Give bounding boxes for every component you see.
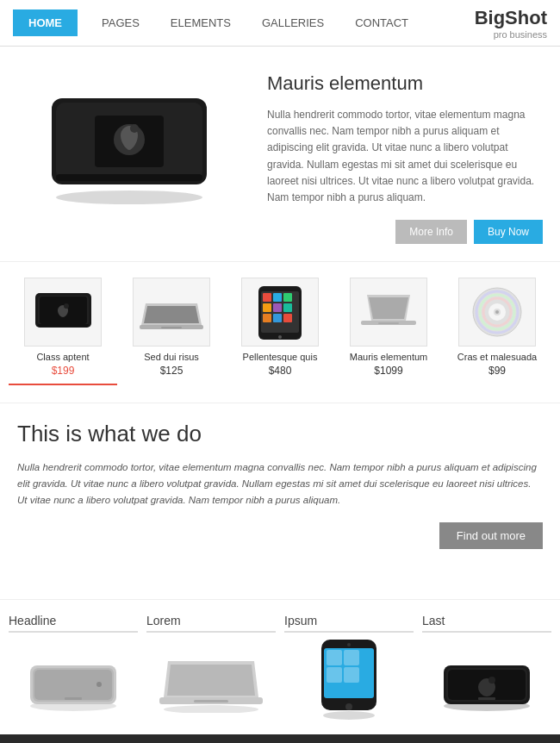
footer: Useful Links Lorem Ipsum Ellem Ciet Curr… [0, 734, 560, 743]
svg-rect-64 [478, 697, 495, 700]
hero-buttons: More Info Buy Now [267, 220, 543, 244]
svg-rect-54 [327, 650, 342, 665]
product-1-name: Class aptent [14, 352, 112, 362]
bottom-product-3-label: Ipsum [284, 614, 414, 633]
bottom-products-section: Headline Lorem Ipsum [0, 599, 560, 734]
svg-point-59 [347, 643, 351, 646]
bottom-product-1: Headline [9, 614, 138, 717]
hero-title: Mauris elementum [267, 72, 543, 95]
product-5-image [458, 278, 536, 347]
svg-rect-18 [263, 293, 271, 302]
bottom-product-4: Last [422, 614, 551, 717]
product-4-image [350, 278, 427, 347]
svg-marker-13 [144, 306, 199, 323]
nav-galleries[interactable]: GALLERIES [246, 16, 339, 29]
svg-rect-11 [38, 324, 89, 327]
product-4[interactable]: Mauris elementum $1099 [334, 271, 443, 385]
svg-point-46 [164, 705, 258, 713]
svg-rect-31 [378, 322, 399, 324]
svg-rect-56 [327, 667, 342, 683]
bottom-product-3-image [284, 640, 414, 717]
hero-section: Mauris elementum Nulla hendrerit commodo… [0, 47, 560, 261]
bottom-product-4-label: Last [422, 614, 551, 633]
svg-marker-48 [167, 665, 255, 696]
hero-image [17, 72, 241, 210]
svg-rect-20 [283, 293, 292, 302]
svg-marker-29 [369, 297, 408, 319]
product-5-price: $99 [448, 365, 546, 377]
product-2-image [133, 278, 210, 347]
find-out-more-button[interactable]: Find out more [439, 522, 543, 549]
buy-now-button[interactable]: Buy Now [474, 220, 543, 244]
product-3-image [241, 278, 319, 347]
svg-rect-26 [283, 314, 292, 322]
product-5-name: Cras et malesuada [448, 352, 546, 362]
product-2-name: Sed dui risus [122, 352, 221, 362]
product-4-price: $1099 [339, 365, 438, 377]
svg-point-58 [345, 703, 352, 710]
site-logo: BigShot pro business [475, 7, 547, 40]
bottom-product-4-image [422, 640, 551, 717]
bottom-product-1-label: Headline [9, 614, 138, 633]
product-1-price: $199 [14, 365, 112, 377]
svg-rect-22 [273, 303, 282, 312]
product-3[interactable]: Pellentesque quis $480 [226, 271, 334, 385]
hero-content: Mauris elementum Nulla hendrerit commodo… [241, 72, 543, 244]
svg-point-4 [130, 124, 139, 133]
nav-elements[interactable]: ELEMENTS [155, 16, 246, 29]
svg-point-65 [488, 677, 495, 684]
what-we-do-section: This is what we do Nulla hendrerit commo… [0, 403, 560, 558]
product-3-price: $480 [231, 365, 329, 377]
product-2-price: $125 [122, 365, 221, 377]
navigation: HOME PAGES ELEMENTS GALLERIES CONTACT Bi… [0, 0, 560, 47]
product-1-image [24, 278, 102, 347]
hero-description: Nulla hendrerit commodo tortor, vitae el… [267, 107, 543, 206]
bottom-product-2-image [146, 640, 276, 717]
svg-rect-15 [161, 327, 182, 328]
product-2[interactable]: Sed dui risus $125 [117, 271, 226, 385]
nav-home[interactable]: HOME [13, 9, 78, 36]
svg-rect-21 [263, 303, 271, 312]
svg-point-27 [278, 335, 282, 339]
svg-rect-50 [194, 700, 228, 702]
svg-point-39 [495, 310, 499, 314]
svg-rect-57 [344, 667, 359, 683]
bottom-product-1-image [9, 640, 138, 717]
svg-point-45 [96, 682, 102, 687]
products-row: Class aptent $199 Sed dui risus $125 [0, 261, 560, 403]
svg-point-51 [323, 711, 375, 720]
product-3-name: Pellentesque quis [231, 352, 329, 362]
nav-pages[interactable]: PAGES [86, 16, 155, 29]
svg-rect-44 [65, 697, 82, 700]
bottom-product-3: Ipsum [284, 614, 414, 717]
logo-name: BigShot [475, 7, 547, 29]
logo-tagline: pro business [475, 29, 547, 40]
product-4-name: Mauris elementum [339, 352, 438, 362]
what-we-do-text: Nulla hendrerit commodo tortor, vitae el… [17, 459, 543, 509]
mac-mini-hero-image [34, 72, 224, 210]
product-5[interactable]: Cras et malesuada $99 [443, 271, 551, 385]
svg-rect-55 [344, 650, 359, 665]
svg-rect-23 [283, 303, 292, 312]
svg-point-10 [64, 303, 69, 309]
more-info-button[interactable]: More Info [395, 220, 467, 244]
what-we-do-title: This is what we do [17, 421, 543, 447]
bottom-product-2-label: Lorem [146, 614, 276, 633]
svg-rect-6 [56, 174, 202, 181]
svg-point-5 [56, 190, 202, 204]
bottom-product-2: Lorem [146, 614, 276, 717]
nav-contact[interactable]: CONTACT [339, 16, 424, 29]
product-1[interactable]: Class aptent $199 [9, 271, 117, 385]
svg-rect-19 [273, 293, 282, 302]
svg-rect-25 [273, 314, 282, 322]
svg-rect-24 [263, 314, 271, 322]
